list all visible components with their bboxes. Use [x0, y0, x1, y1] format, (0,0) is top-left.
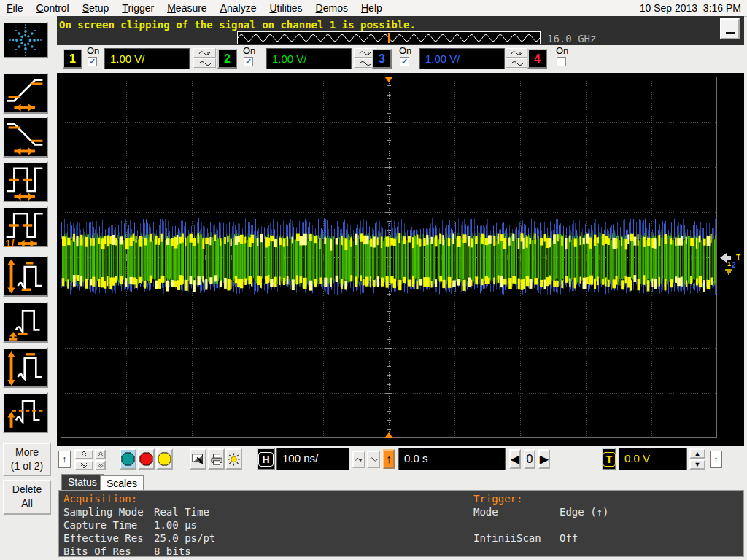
v-pp-button[interactable] [3, 256, 48, 297]
channel-4-button[interactable]: 4 [527, 49, 547, 69]
v-amplitude-icon [4, 349, 47, 386]
trigger-time-marker-top[interactable] [384, 77, 393, 82]
run-icon [121, 452, 135, 466]
clear-display-button[interactable] [225, 448, 242, 470]
trigger-time-marker-bottom[interactable] [384, 432, 393, 438]
menu-bar: File Control Setup Trigger Measure Analy… [0, 0, 747, 17]
stop-icon [139, 452, 153, 466]
menu-file[interactable]: File [0, 1, 30, 15]
channel-1-on-checkbox[interactable]: ✓ [88, 57, 97, 66]
status-strip: On screen clipping of the signal on chan… [57, 16, 744, 45]
channel-3-vertical-adjust-button[interactable] [506, 48, 528, 58]
timebase-coarse-button[interactable] [367, 451, 380, 468]
delete-all-button[interactable]: Delete All [3, 480, 51, 515]
fine-scale-up-button[interactable] [95, 449, 106, 459]
channel-3-button[interactable]: 3 [372, 49, 392, 69]
pulse-width-button[interactable] [3, 161, 48, 202]
run-button[interactable] [120, 448, 136, 470]
channel-1-scale-field[interactable]: 1.00 V/ [104, 48, 190, 69]
sine-icon [198, 60, 212, 66]
frequency-button[interactable]: 1/ [3, 206, 48, 247]
more-label-line2: (1 of 2) [4, 459, 50, 473]
menu-demos[interactable]: Demos [309, 1, 355, 15]
menu-control[interactable]: Control [30, 1, 76, 15]
print-button[interactable] [208, 448, 225, 470]
menu-measure[interactable]: Measure [160, 1, 213, 15]
v-base-icon [4, 303, 47, 341]
level-down-button[interactable]: ▼ [689, 459, 705, 470]
channel-1-button[interactable]: 1 [63, 49, 82, 69]
minimize-button[interactable] [720, 18, 740, 39]
channel-2-button[interactable]: 2 [217, 49, 237, 69]
pan-left-button[interactable]: ◀ [509, 449, 521, 469]
menu-analyze[interactable]: Analyze [214, 1, 263, 15]
v-base-button[interactable] [3, 302, 48, 343]
t-label: T [603, 452, 616, 467]
v-average-button[interactable] [3, 392, 48, 433]
trigger-level-field[interactable]: 0.0 V [619, 448, 687, 470]
menu-setup[interactable]: Setup [76, 1, 116, 15]
menu-utilities[interactable]: Utilities [263, 1, 309, 15]
horizontal-position-field[interactable]: 0.0 s [398, 448, 506, 470]
bandwidth-readout: 16.0 GHz [547, 33, 596, 44]
small-sine-icon [355, 455, 363, 464]
rise-time-icon [4, 74, 47, 112]
fall-time-button[interactable] [3, 117, 48, 158]
trig-row-label: Mode [473, 506, 498, 518]
channel-3-scale-field[interactable]: 1.00 V/ [419, 48, 505, 69]
channel-1-vertical-adjust-button[interactable] [193, 48, 216, 58]
channel-2-on-label: On [243, 45, 255, 56]
channel-2-on-checkbox[interactable]: ✓ [244, 57, 253, 66]
channel-3-offset-button[interactable] [506, 58, 528, 68]
clock: 10 Sep 2013 3:16 PM [640, 2, 747, 14]
ground-icon [725, 270, 732, 274]
minimize-icon [726, 32, 735, 34]
scale-down-button[interactable] [74, 460, 93, 470]
timebase-field[interactable]: 100 ns/ [276, 448, 349, 470]
scale-up-button[interactable] [74, 449, 93, 459]
horizontal-setup-button[interactable]: H [257, 448, 275, 470]
ch1-ref-marker: 1 [727, 260, 731, 268]
delete-all-label-line1: Delete [4, 483, 50, 497]
trigger-level-marker: T [736, 254, 740, 262]
stop-button[interactable] [138, 448, 155, 470]
acq-row-label: Bits Of Res [63, 545, 131, 557]
level-up-button[interactable]: ▲ [689, 448, 705, 459]
menu-help[interactable]: Help [355, 1, 389, 15]
clipping-warning: On screen clipping of the signal on chan… [59, 19, 416, 31]
printer-icon [210, 453, 223, 466]
trigger-section-title: Trigger: [473, 493, 522, 505]
channel-3-on-checkbox[interactable]: ✓ [400, 57, 409, 66]
single-button[interactable] [156, 448, 173, 470]
more-button[interactable]: More (1 of 2) [3, 443, 51, 476]
fine-scale-down-button[interactable] [95, 460, 106, 470]
timebase-fine-button[interactable] [352, 451, 365, 468]
screen-copy-button[interactable] [190, 448, 206, 470]
trigger-slope-button[interactable]: ↑ [383, 449, 395, 469]
channel-1-offset-button[interactable] [193, 58, 216, 68]
tab-scales[interactable]: Scales [100, 475, 144, 490]
channel-2-scale-field[interactable]: 1.00 V/ [266, 48, 352, 69]
acq-row-value: 25.0 ps/pt [154, 532, 215, 544]
measurement-sidebar: 1/ [0, 16, 57, 560]
agilent-logo-icon [4, 23, 47, 57]
v-amplitude-button[interactable] [3, 347, 48, 388]
channel-reference-markers[interactable]: 1 2 T [718, 250, 741, 276]
menu-trigger[interactable]: Trigger [115, 1, 160, 15]
tab-status[interactable]: Status [61, 474, 104, 490]
frequency-icon: 1/ [4, 208, 47, 249]
svg-text:1/: 1/ [5, 238, 14, 249]
preview-canvas [238, 32, 540, 44]
channel-4-on-checkbox[interactable] [557, 57, 566, 66]
acq-row-value: 8 bits [154, 545, 191, 557]
zero-position-button[interactable]: 0 [524, 449, 535, 469]
sine-cursor-icon [198, 50, 212, 56]
channel-4-on-label: On [556, 45, 568, 56]
sine-icon [511, 60, 524, 66]
rise-time-button[interactable] [3, 73, 48, 114]
trigger-setup-button[interactable]: T [602, 448, 616, 470]
acquisition-preview[interactable] [237, 31, 541, 44]
agilent-logo-button[interactable] [3, 22, 48, 58]
trig-row-value: Off [560, 532, 578, 544]
pan-right-button[interactable]: ▶ [538, 449, 550, 469]
